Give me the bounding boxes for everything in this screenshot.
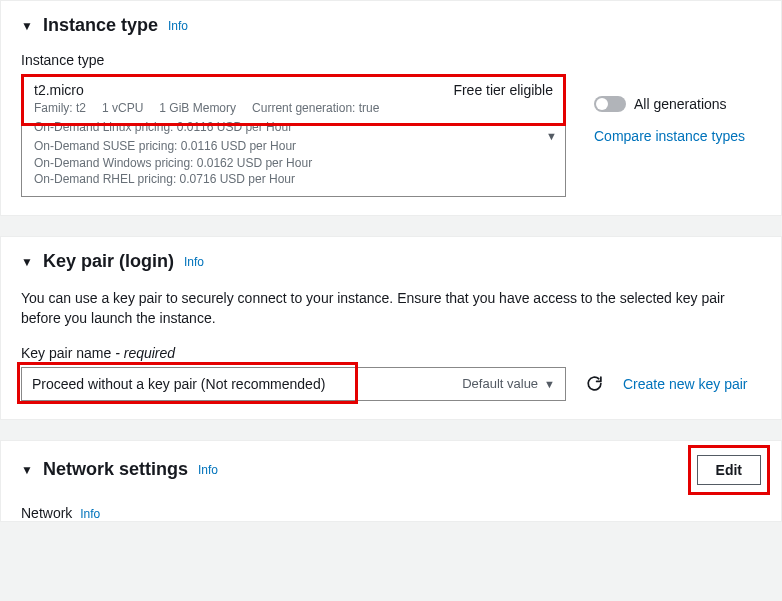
- instance-vcpu: 1 vCPU: [102, 101, 143, 115]
- network-settings-info-link[interactable]: Info: [198, 463, 218, 477]
- caret-down-icon: ▼: [21, 255, 33, 269]
- create-new-key-pair-link[interactable]: Create new key pair: [623, 376, 748, 392]
- refresh-icon[interactable]: [586, 375, 603, 392]
- key-pair-header[interactable]: ▼ Key pair (login) Info: [1, 237, 781, 282]
- key-pair-selected-value: Proceed without a key pair (Not recommen…: [32, 376, 325, 392]
- instance-type-field-label: Instance type: [21, 52, 761, 68]
- pricing-suse: On-Demand SUSE pricing: 0.0116 USD per H…: [34, 138, 553, 155]
- key-pair-info-link[interactable]: Info: [184, 255, 204, 269]
- caret-down-icon: ▼: [21, 19, 33, 33]
- instance-type-info-link[interactable]: Info: [168, 19, 188, 33]
- network-settings-header[interactable]: ▼ Network settings Info: [21, 459, 218, 480]
- key-pair-name-label: Key pair name - required: [21, 345, 761, 361]
- compare-instance-types-link[interactable]: Compare instance types: [594, 128, 745, 144]
- key-pair-default-label: Default value: [462, 376, 538, 391]
- instance-type-header[interactable]: ▼ Instance type Info: [1, 1, 781, 46]
- key-pair-description: You can use a key pair to securely conne…: [21, 288, 761, 329]
- caret-down-icon: ▼: [544, 378, 555, 390]
- network-settings-title: Network settings: [43, 459, 188, 480]
- pricing-linux: On-Demand Linux pricing: 0.0116 USD per …: [34, 119, 553, 136]
- instance-family: Family: t2: [34, 101, 86, 115]
- pricing-windows: On-Demand Windows pricing: 0.0162 USD pe…: [34, 155, 553, 172]
- instance-type-name: t2.micro: [34, 82, 84, 98]
- caret-down-icon: ▼: [21, 463, 33, 477]
- all-generations-label: All generations: [634, 96, 727, 112]
- instance-generation: Current generation: true: [252, 101, 379, 115]
- instance-type-select[interactable]: ▼ t2.micro Free tier eligible Family: t2…: [21, 74, 566, 197]
- edit-button[interactable]: Edit: [697, 455, 761, 485]
- free-tier-badge: Free tier eligible: [453, 82, 553, 98]
- all-generations-toggle[interactable]: [594, 96, 626, 112]
- network-info-link[interactable]: Info: [80, 507, 100, 521]
- instance-type-title: Instance type: [43, 15, 158, 36]
- instance-memory: 1 GiB Memory: [159, 101, 236, 115]
- key-pair-title: Key pair (login): [43, 251, 174, 272]
- pricing-rhel: On-Demand RHEL pricing: 0.0716 USD per H…: [34, 171, 553, 188]
- network-label: Network: [21, 505, 72, 521]
- key-pair-select[interactable]: Proceed without a key pair (Not recommen…: [21, 367, 566, 401]
